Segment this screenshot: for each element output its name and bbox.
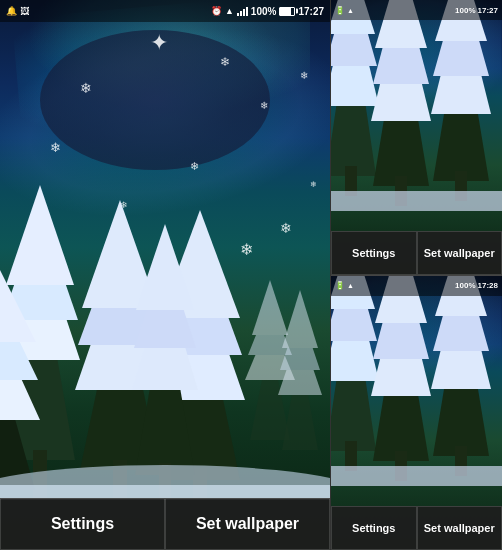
trees-svg <box>0 180 330 500</box>
signal-icon <box>237 6 248 16</box>
right-bottom-settings-button[interactable]: Settings <box>331 506 417 550</box>
battery-percent: 100% <box>251 6 277 17</box>
right-bottom-time-area: 100% 17:28 <box>455 281 498 290</box>
right-bottom-trees <box>331 276 502 507</box>
right-top-time-area: 100% 17:27 <box>455 6 498 15</box>
right-bottom-notif-icon: 🔋 <box>335 281 345 290</box>
right-top-time: 17:27 <box>478 6 498 15</box>
right-wifi-icon: ▲ <box>347 7 354 14</box>
trees-container <box>0 180 330 500</box>
svg-marker-3 <box>252 280 288 335</box>
snowflake: ❄ <box>190 160 199 173</box>
image-icon: 🖼 <box>20 6 29 16</box>
right-bottom-set-wallpaper-button[interactable]: Set wallpaper <box>417 506 503 550</box>
snowflake: ✦ <box>150 30 168 56</box>
right-bottom-preview: 🔋 ▲ 100% 17:28 Settings Set wallpaper <box>331 276 502 551</box>
right-top-set-wallpaper-button[interactable]: Set wallpaper <box>417 231 503 275</box>
right-top-preview: 🔋 ▲ 100% 17:27 Settings Set wallpaper <box>331 0 502 275</box>
time-display: 17:27 <box>298 6 324 17</box>
wifi-icon: ▲ <box>225 6 234 16</box>
left-panel: ✦ ❄ ❄ ❄ ❄ ❄ ❄ ❄ ❄ ❄ ❄ ❄ ❄ <box>0 0 330 550</box>
status-right-icons: ⏰ ▲ 100% 17:27 <box>211 6 324 17</box>
right-top-status-bar: 🔋 ▲ 100% 17:27 <box>331 0 502 20</box>
settings-button[interactable]: Settings <box>0 498 165 550</box>
svg-marker-7 <box>282 290 318 348</box>
svg-marker-11 <box>6 185 74 285</box>
right-top-trees <box>331 0 502 231</box>
left-status-bar: 🔔 🖼 ⏰ ▲ 100% 17:27 <box>0 0 330 22</box>
set-wallpaper-button[interactable]: Set wallpaper <box>165 498 330 550</box>
left-bottom-bar: Settings Set wallpaper <box>0 498 330 550</box>
right-bottom-time: 17:28 <box>478 281 498 290</box>
snowflake: ❄ <box>260 100 268 111</box>
svg-rect-49 <box>331 191 502 211</box>
right-bottom-bottom-bar: Settings Set wallpaper <box>331 506 502 550</box>
snowflake: ❄ <box>220 55 230 69</box>
snowflake: ❄ <box>50 140 61 155</box>
right-bottom-wifi-icon: ▲ <box>347 282 354 289</box>
snowflake: ❄ <box>300 70 308 81</box>
right-bottom-battery: 100% <box>455 281 475 290</box>
alarm-icon: ⏰ <box>211 6 222 16</box>
right-top-battery: 100% <box>455 6 475 15</box>
battery-icon <box>279 7 295 16</box>
status-left-icons: 🔔 🖼 <box>6 6 29 16</box>
right-notif-icon: 🔋 <box>335 6 345 15</box>
right-bottom-status-icons: 🔋 ▲ <box>335 281 354 290</box>
right-bottom-status-bar: 🔋 ▲ 100% 17:28 <box>331 276 502 296</box>
snowflake: ❄ <box>80 80 92 96</box>
svg-rect-65 <box>331 466 502 486</box>
right-panel: 🔋 ▲ 100% 17:27 Settings Set wallpaper <box>330 0 502 550</box>
right-top-status-icons: 🔋 ▲ <box>335 6 354 15</box>
notification-icon: 🔔 <box>6 6 17 16</box>
right-top-bottom-bar: Settings Set wallpaper <box>331 231 502 275</box>
right-top-settings-button[interactable]: Settings <box>331 231 417 275</box>
